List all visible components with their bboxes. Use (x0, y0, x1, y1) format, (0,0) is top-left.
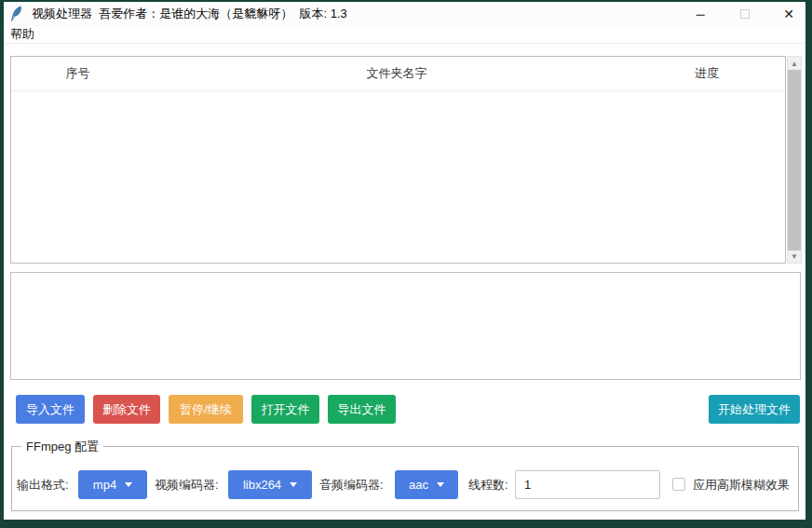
desktop-background: 视频处理器 吾爱作者：是谁的大海（是貔貅呀） 版本: 1.3 ─ ✕ 帮助 序号… (0, 0, 812, 528)
minimize-button[interactable]: ─ (689, 2, 711, 26)
file-table-header: 序号 文件夹名字 进度 (11, 57, 785, 91)
audio-encoder-value: aac (409, 478, 428, 492)
ffmpeg-config-group-label: FFmpeg 配置 (21, 439, 103, 455)
video-encoder-label: 视频编码器: (155, 477, 219, 494)
title-bar: 视频处理器 吾爱作者：是谁的大海（是貔貅呀） 版本: 1.3 ─ ✕ (4, 2, 805, 26)
column-header-index: 序号 (11, 57, 144, 90)
start-processing-button[interactable]: 开始处理文件 (709, 395, 800, 424)
delete-files-button[interactable]: 删除文件 (93, 395, 160, 424)
video-encoder-value: libx264 (243, 478, 281, 492)
menu-bar: 帮助 (4, 26, 805, 44)
menu-item-help[interactable]: 帮助 (5, 26, 40, 43)
gaussian-blur-checkbox[interactable] (672, 478, 685, 491)
video-encoder-dropdown[interactable]: libx264 (228, 470, 312, 499)
threads-label: 线程数: (468, 477, 508, 494)
dropdown-arrow-icon (125, 482, 132, 487)
import-files-button[interactable]: 导入文件 (16, 395, 85, 424)
export-files-button[interactable]: 导出文件 (328, 395, 396, 424)
output-format-dropdown[interactable]: mp4 (78, 470, 147, 499)
maximize-icon (740, 9, 750, 19)
table-scrollbar[interactable]: ▲ ▼ (787, 56, 802, 264)
scrollbar-thumb[interactable] (788, 70, 801, 250)
file-table-body[interactable] (11, 91, 785, 263)
threads-input[interactable] (515, 470, 660, 499)
dropdown-arrow-icon (437, 482, 444, 487)
open-files-button[interactable]: 打开文件 (251, 395, 319, 424)
output-format-value: mp4 (93, 478, 116, 492)
close-button[interactable]: ✕ (777, 2, 801, 26)
column-header-progress: 进度 (649, 57, 765, 90)
scroll-down-icon[interactable]: ▼ (788, 250, 801, 263)
output-format-label: 输出格式: (17, 477, 69, 494)
log-area[interactable] (10, 272, 801, 380)
app-window: 视频处理器 吾爱作者：是谁的大海（是貔貅呀） 版本: 1.3 ─ ✕ 帮助 序号… (4, 2, 805, 520)
file-table: 序号 文件夹名字 进度 (10, 56, 786, 264)
audio-encoder-label: 音频编码器: (319, 477, 384, 494)
dropdown-arrow-icon (290, 482, 297, 487)
scroll-up-icon[interactable]: ▲ (788, 57, 801, 70)
maximize-button[interactable] (734, 2, 756, 26)
python-feather-icon (10, 6, 23, 22)
column-header-folder-name: 文件夹名字 (144, 57, 649, 90)
window-title: 视频处理器 吾爱作者：是谁的大海（是貔貅呀） 版本: 1.3 (32, 6, 347, 22)
audio-encoder-dropdown[interactable]: aac (395, 470, 458, 499)
pause-resume-button[interactable]: 暂停/继续 (169, 395, 243, 424)
gaussian-blur-label: 应用高斯模糊效果 (693, 477, 790, 494)
